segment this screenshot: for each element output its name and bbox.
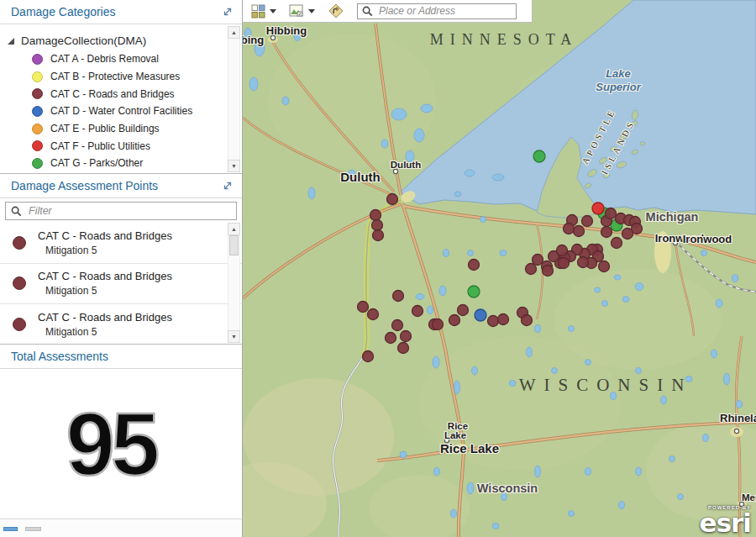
assessment-point[interactable]: [458, 305, 469, 316]
assessment-point[interactable]: [468, 286, 480, 297]
assessment-point[interactable]: [373, 230, 384, 241]
assessment-point[interactable]: [557, 245, 568, 256]
category-label: CAT A - Debris Removal: [50, 53, 159, 65]
legend-item[interactable]: CAT E - Public Buildings: [0, 120, 242, 138]
search-icon: [362, 6, 373, 17]
category-label: CAT E - Public Buildings: [50, 123, 160, 134]
town-marker: [444, 438, 449, 442]
assessment-point[interactable]: [469, 260, 480, 271]
assessment-point[interactable]: [612, 238, 622, 249]
category-label: CAT F - Public Utilities: [50, 140, 150, 152]
assessment-point[interactable]: [386, 333, 396, 344]
category-label: CAT C - Roads and Bridges: [50, 88, 175, 100]
assessment-point[interactable]: [543, 266, 554, 276]
scroll-down-icon[interactable]: ▼: [228, 330, 240, 343]
panel-header: Damage Categories: [0, 0, 242, 24]
panel-title: Damage Categories: [11, 5, 116, 18]
assessment-point[interactable]: [398, 343, 409, 354]
assessment-point[interactable]: [533, 255, 543, 266]
assessment-point[interactable]: [599, 261, 610, 272]
assessment-point[interactable]: [582, 216, 593, 227]
assessment-point[interactable]: [393, 291, 404, 302]
scroll-track[interactable]: [228, 39, 240, 160]
chevron-down-icon: [270, 9, 276, 13]
assessment-point[interactable]: [488, 316, 499, 327]
legend-item[interactable]: CAT F - Public Utilities: [0, 137, 242, 155]
category-color-dot: [32, 140, 43, 151]
legend-item[interactable]: CAT G - Parks/Other: [0, 155, 242, 172]
search-input[interactable]: [377, 4, 512, 18]
legend-item[interactable]: CAT C - Roads and Bridges: [0, 85, 242, 103]
assessment-point[interactable]: [522, 315, 533, 326]
assessment-point[interactable]: [401, 331, 412, 342]
assessment-list-item[interactable]: CAT C - Roads and BridgesMitigation 5: [0, 264, 242, 305]
dashboard-sidebar: Damage Categories DamageCollection(DMA) …: [0, 0, 243, 537]
assessment-point[interactable]: [559, 258, 570, 269]
category-color-dot: [32, 88, 43, 99]
scroll-up-icon[interactable]: ▲: [228, 26, 240, 39]
filter-input[interactable]: [27, 204, 231, 218]
category-color-dot: [32, 158, 43, 169]
assessment-point[interactable]: [392, 320, 403, 331]
assessment-point[interactable]: [564, 224, 575, 234]
assessment-point[interactable]: [433, 319, 444, 330]
scroll-track[interactable]: [228, 235, 240, 330]
assessment-point[interactable]: [601, 227, 612, 238]
category-label: CAT B - Protective Measures: [50, 71, 180, 82]
assessment-point[interactable]: [358, 302, 369, 313]
assessment-point[interactable]: [372, 220, 383, 231]
assessment-point[interactable]: [622, 229, 633, 240]
filter-box: [5, 202, 237, 220]
widgets-menu-button[interactable]: [251, 4, 276, 18]
scroll-up-icon[interactable]: ▲: [228, 223, 240, 235]
panel-header: Total Assessments: [0, 345, 242, 369]
assessment-point[interactable]: [363, 351, 374, 362]
assessment-point[interactable]: [526, 264, 537, 275]
assessment-point[interactable]: [412, 306, 423, 317]
scrollbar[interactable]: ▲ ▼: [228, 26, 240, 172]
layer-tree-root[interactable]: DamageCollection(DMA): [0, 24, 242, 50]
legend-list: CAT A - Debris RemovalCAT B - Protective…: [0, 50, 242, 172]
legend-item[interactable]: CAT A - Debris Removal: [0, 50, 242, 68]
chevron-down-icon: [308, 9, 315, 13]
expand-panel-icon[interactable]: [222, 180, 234, 192]
scrollbar[interactable]: ▲ ▼: [228, 223, 240, 343]
panel-damage-categories: Damage Categories DamageCollection(DMA) …: [0, 0, 242, 174]
expand-panel-icon[interactable]: [222, 6, 234, 18]
assessment-point[interactable]: [592, 203, 604, 214]
category-label: CAT G - Parks/Other: [50, 157, 143, 169]
item-title: CAT C - Roads and Bridges: [38, 270, 172, 282]
assessment-list-item[interactable]: CAT C - Roads and BridgesMitigation 5: [0, 304, 242, 345]
scroll-down-icon[interactable]: ▼: [228, 160, 240, 172]
assessment-point[interactable]: [475, 309, 486, 321]
assessment-point[interactable]: [574, 226, 585, 237]
panel-title: Total Assessments: [11, 350, 108, 363]
map-canvas[interactable]: [243, 0, 756, 537]
layer-name: DamageCollection(DMA): [21, 34, 146, 47]
item-title: CAT C - Roads and Bridges: [38, 311, 172, 324]
basemap-menu-button[interactable]: [289, 4, 315, 18]
assessment-point[interactable]: [578, 257, 589, 268]
category-color-dot: [13, 276, 26, 290]
legend-item[interactable]: CAT B - Protective Measures: [0, 68, 242, 86]
widget-grid-icon: [251, 4, 265, 18]
assessment-point[interactable]: [533, 150, 545, 162]
assessment-point[interactable]: [387, 194, 398, 205]
assessment-point[interactable]: [370, 210, 381, 221]
tree-expand-icon[interactable]: [8, 38, 14, 45]
assessment-list-item[interactable]: CAT C - Roads and BridgesMitigation 5: [0, 223, 242, 264]
map-view[interactable]: HibbingHibbingMINNESOTALake SuperiorAPOS…: [243, 0, 756, 537]
assessment-point[interactable]: [368, 309, 379, 320]
assessment-point[interactable]: [498, 314, 509, 325]
page-indicator[interactable]: [25, 527, 41, 531]
scroll-thumb[interactable]: [229, 235, 239, 255]
assessment-point[interactable]: [606, 208, 617, 219]
directions-button[interactable]: [328, 3, 344, 19]
legend-item[interactable]: CAT D - Water Control Facilities: [0, 103, 242, 120]
town-marker: [270, 35, 275, 39]
category-color-dot: [32, 54, 43, 65]
panel-total-assessments: Total Assessments 95: [0, 345, 242, 519]
assessment-point[interactable]: [449, 315, 460, 326]
page-indicator-active[interactable]: [3, 527, 18, 531]
basemap-icon: [289, 4, 304, 18]
